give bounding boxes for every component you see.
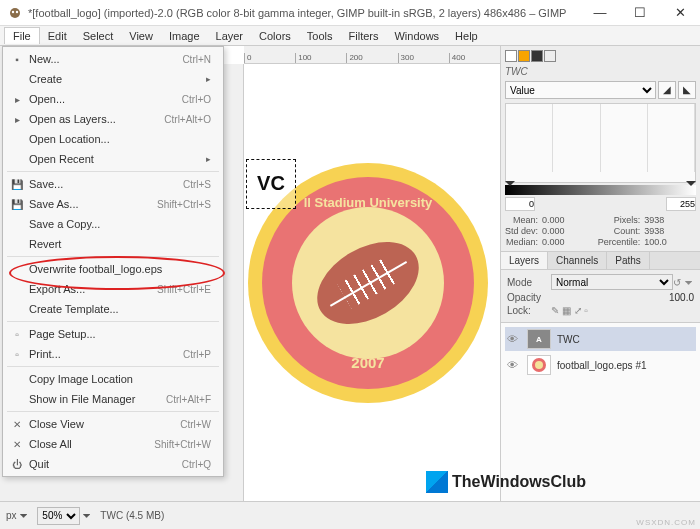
menu-file[interactable]: File <box>4 27 40 44</box>
lock-icons[interactable]: ✎ ▦ ⤢ ▫ <box>551 305 588 316</box>
svg-point-2 <box>16 10 18 12</box>
menu-item-save-a-copy[interactable]: Save a Copy... <box>3 214 223 234</box>
menu-select[interactable]: Select <box>75 28 122 44</box>
menu-colors[interactable]: Colors <box>251 28 299 44</box>
dock-tabs[interactable] <box>505 50 696 62</box>
menu-item-create[interactable]: Create▸ <box>3 69 223 89</box>
window-title: *[football_logo] (imported)-2.0 (RGB col… <box>28 7 580 19</box>
menu-image[interactable]: Image <box>161 28 208 44</box>
menu-item-save[interactable]: 💾Save...Ctrl+S <box>3 174 223 194</box>
minimize-button[interactable]: — <box>580 0 620 26</box>
canvas-area: 0100200300400 ll Stadium University 2007… <box>224 46 500 501</box>
histogram-mode-select[interactable]: Value <box>505 81 656 99</box>
menu-item-close-view[interactable]: ✕Close ViewCtrl+W <box>3 414 223 434</box>
menu-bar: File Edit Select View Image Layer Colors… <box>0 26 700 46</box>
watermark: TheWindowsClub <box>426 471 586 493</box>
svg-point-1 <box>12 10 14 12</box>
lock-label: Lock: <box>507 305 551 316</box>
tab-paths[interactable]: Paths <box>607 252 650 269</box>
menu-item-close-all[interactable]: ✕Close AllShift+Ctrl+W <box>3 434 223 454</box>
twc-text-layer[interactable]: VC <box>246 159 296 209</box>
histogram-log-button[interactable]: ◣ <box>678 81 696 99</box>
tab-channels[interactable]: Channels <box>548 252 607 269</box>
menu-item-revert[interactable]: Revert <box>3 234 223 254</box>
menu-item-new[interactable]: ▪New...Ctrl+N <box>3 49 223 69</box>
menu-windows[interactable]: Windows <box>386 28 447 44</box>
right-panel: TWC Value ◢ ◣ Mean:0.000Pixels:3938 Std … <box>500 46 700 501</box>
layer-thumb-image <box>527 355 551 375</box>
menu-item-create-template[interactable]: Create Template... <box>3 299 223 319</box>
close-button[interactable]: ✕ <box>660 0 700 26</box>
layer-panel-tabs: Layers Channels Paths <box>501 252 700 270</box>
menu-item-open-location[interactable]: Open Location... <box>3 129 223 149</box>
menu-item-open-recent[interactable]: Open Recent▸ <box>3 149 223 169</box>
menu-item-page-setup[interactable]: ▫Page Setup... <box>3 324 223 344</box>
histogram-display <box>505 103 696 183</box>
menu-tools[interactable]: Tools <box>299 28 341 44</box>
footer-credit: WSXDN.COM <box>636 518 696 527</box>
canvas[interactable]: ll Stadium University 2007 VC <box>244 64 500 501</box>
menu-item-show-in-file-manager[interactable]: Show in File ManagerCtrl+Alt+F <box>3 389 223 409</box>
menu-edit[interactable]: Edit <box>40 28 75 44</box>
menu-item-export-as[interactable]: Export As...Shift+Ctrl+E <box>3 279 223 299</box>
histogram-title: TWC <box>505 66 696 77</box>
histogram-range-slider[interactable] <box>505 185 696 195</box>
menu-filters[interactable]: Filters <box>341 28 387 44</box>
windows-logo-icon <box>426 471 448 493</box>
ruler-horizontal: 0100200300400 <box>244 46 500 64</box>
menu-item-print[interactable]: ▫Print...Ctrl+P <box>3 344 223 364</box>
range-high-input[interactable] <box>666 197 696 211</box>
menu-item-overwrite-football-logo-eps[interactable]: Overwrite football_logo.eps <box>3 259 223 279</box>
layer-thumb-text: A <box>527 329 551 349</box>
histogram-linear-button[interactable]: ◢ <box>658 81 676 99</box>
opacity-label: Opacity <box>507 292 551 303</box>
svg-point-4 <box>535 361 543 369</box>
menu-item-save-as[interactable]: 💾Save As...Shift+Ctrl+S <box>3 194 223 214</box>
maximize-button[interactable]: ☐ <box>620 0 660 26</box>
menu-item-quit[interactable]: ⏻QuitCtrl+Q <box>3 454 223 474</box>
unit-selector[interactable]: px ⏷ <box>6 510 29 521</box>
gimp-icon <box>8 6 22 20</box>
menu-item-open-as-layers[interactable]: ▸Open as Layers...Ctrl+Alt+O <box>3 109 223 129</box>
file-menu-dropdown: ▪New...Ctrl+NCreate▸▸Open...Ctrl+O▸Open … <box>2 46 224 477</box>
visibility-icon[interactable]: 👁 <box>507 359 521 371</box>
ruler-vertical <box>224 64 244 501</box>
histogram-stats: Mean:0.000Pixels:3938 Std dev:0.000Count… <box>505 215 696 247</box>
status-info: TWC (4.5 MB) <box>100 510 164 521</box>
menu-layer[interactable]: Layer <box>208 28 252 44</box>
status-bar: px ⏷ 50% ⏷ TWC (4.5 MB) <box>0 501 700 529</box>
visibility-icon[interactable]: 👁 <box>507 333 521 345</box>
menu-item-copy-image-location[interactable]: Copy Image Location <box>3 369 223 389</box>
svg-point-0 <box>10 8 20 18</box>
zoom-selector[interactable]: 50% ⏷ <box>37 507 92 525</box>
menu-view[interactable]: View <box>121 28 161 44</box>
blend-mode-select[interactable]: Normal <box>551 274 673 290</box>
menu-item-open[interactable]: ▸Open...Ctrl+O <box>3 89 223 109</box>
title-bar: *[football_logo] (imported)-2.0 (RGB col… <box>0 0 700 26</box>
range-low-input[interactable] <box>505 197 535 211</box>
menu-help[interactable]: Help <box>447 28 486 44</box>
layer-row-twc[interactable]: 👁 A TWC <box>505 327 696 351</box>
tab-layers[interactable]: Layers <box>501 252 548 269</box>
opacity-value[interactable]: 100.0 <box>669 292 694 303</box>
mode-label: Mode <box>507 277 551 288</box>
logo-image: ll Stadium University 2007 VC <box>248 163 488 403</box>
layer-row-logo[interactable]: 👁 football_logo.eps #1 <box>505 353 696 377</box>
